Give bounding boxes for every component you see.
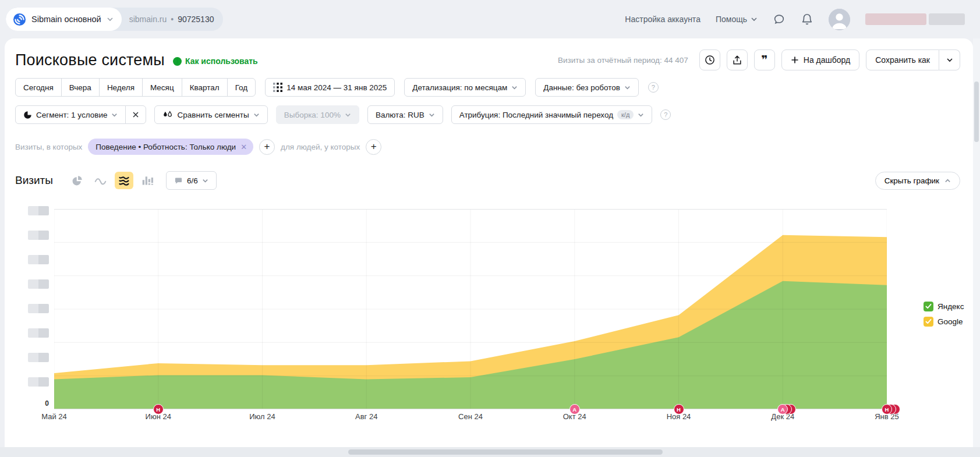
account-settings-link[interactable]: Настройка аккаунта [625,15,700,24]
legend-label: Google [937,317,963,326]
save-as-split-button: Сохранить как [866,49,960,70]
hide-chart-button[interactable]: Скрыть график [875,172,960,190]
chevron-down-icon [202,178,208,184]
annotations-button[interactable]: ❞ [754,49,775,70]
compare-segments-dropdown[interactable]: Сравнить сегменты [154,105,267,124]
add-to-dashboard-button[interactable]: На дашборд [781,49,859,70]
page-title: Поисковые системы [15,51,165,69]
line-chart-icon [94,175,107,186]
chevron-down-icon [751,16,758,23]
notifications-bell-icon[interactable] [801,13,813,26]
sampling-label: Выборка: 100% [284,111,341,119]
counter-main[interactable]: Sibmain основной [6,8,122,31]
currency-label: Валюта: RUB [376,111,424,119]
for-people-label: для людей, у которых [281,143,360,151]
legend-item-google[interactable]: Google [924,317,964,327]
pie-chart-icon [72,175,83,186]
period-preset-2[interactable]: Неделя [99,78,143,97]
stacked-area-icon [118,175,130,186]
chevron-up-icon [944,178,951,184]
period-preset-4[interactable]: Квартал [182,78,228,97]
chart-type-pie-button[interactable] [68,172,87,189]
annotations-count: 6/6 [187,176,198,185]
counter-id: 90725130 [178,15,214,24]
chevron-down-icon [624,84,631,91]
annotations-counter-button[interactable]: 6/6 [166,171,217,190]
help-menu[interactable]: Помощь [716,15,758,24]
help-question-icon[interactable]: ? [648,82,659,93]
chart-type-columns-button[interactable] [138,172,157,189]
date-range-label: 14 мая 2024 — 31 янв 2025 [286,83,387,92]
y-axis-zero-label: 0 [31,399,49,408]
chart-canvas[interactable] [54,209,887,409]
chevron-down-icon [638,112,644,118]
data-mode-label: Данные: без роботов [543,83,620,92]
x-axis-label: Май 24 [34,412,75,421]
help-question-icon[interactable]: ? [660,109,671,120]
stacked-area-chart[interactable] [54,209,887,409]
feedback-chat-icon[interactable] [773,13,786,26]
checkbox-checked-icon[interactable] [924,302,933,311]
visits-period-caption: Визиты за отчётный период: 44 407 [558,56,688,65]
date-range-button[interactable]: 14 мая 2024 — 31 янв 2025 [265,78,395,97]
compare-segments-label: Сравнить сегменты [177,111,249,119]
user-avatar[interactable] [829,9,850,30]
add-people-condition-button[interactable]: + [366,139,381,155]
chip-label: Поведение • Роботность: Только люди [95,143,236,151]
redacted-block [865,13,926,25]
detalization-dropdown[interactable]: Детализация: по месяцам [404,78,526,97]
period-preset-0[interactable]: Сегодня [15,78,62,97]
quotes-icon: ❞ [761,57,767,63]
clock-icon [704,54,716,66]
legend-label: Яндекс [937,302,964,311]
data-mode-dropdown[interactable]: Данные: без роботов [535,78,639,97]
sampling-dropdown[interactable]: Выборка: 100% [276,105,359,124]
detalization-label: Детализация: по месяцам [412,83,507,92]
period-preset-5[interactable]: Год [227,78,256,97]
annotation-marker[interactable]: Н [882,404,892,415]
counter-info: sibmain.ru • 90725130 [122,8,224,31]
visits-in-which-label: Визиты, в которых [15,143,82,151]
attribution-badge: к/д [617,110,634,119]
chevron-down-icon [345,112,351,118]
y-axis-label-redacted [28,255,49,264]
annotation-marker[interactable]: Н [674,404,684,415]
plus-icon [791,56,799,64]
vertical-scrollbar-track[interactable] [973,38,980,447]
currency-dropdown[interactable]: Валюта: RUB [367,105,443,124]
chevron-down-icon [107,16,114,23]
how-to-use-link[interactable]: i Как использовать [173,56,258,66]
save-as-button[interactable]: Сохранить как [866,49,939,70]
compare-drops-icon [162,111,173,119]
dot-separator: • [171,15,174,24]
export-button[interactable] [727,49,748,70]
chart-metric-title: Визиты [15,174,53,187]
period-preset-3[interactable]: Месяц [142,78,182,97]
segment-clear-button[interactable] [125,105,146,124]
annotation-marker[interactable]: Н [153,404,164,415]
checkbox-checked-icon[interactable] [924,317,933,327]
period-preset-1[interactable]: Вчера [61,78,100,97]
segment-dropdown[interactable]: Сегмент: 1 условие [15,105,126,124]
report-card: Поисковые системы i Как использовать Виз… [5,38,973,447]
vertical-scrollbar-thumb[interactable] [974,82,979,142]
visits-caption: Визиты за отчётный период: [558,56,662,65]
segment-condition-chip[interactable]: Поведение • Роботность: Только люди ✕ [88,139,253,155]
user-name-redacted [865,13,965,25]
annotation-marker[interactable]: А [569,404,580,415]
chevron-down-icon [946,56,953,63]
horizontal-scrollbar-thumb[interactable] [348,449,663,455]
period-presets-group: СегодняВчераНеделяМесяцКварталГод [15,78,256,97]
save-as-menu-button[interactable] [939,49,960,70]
horizontal-scrollbar-track[interactable] [0,447,980,457]
chip-close-icon[interactable]: ✕ [240,143,247,151]
hide-chart-label: Скрыть график [885,176,939,185]
chart-type-line-button[interactable] [91,172,110,189]
legend-item-yandex[interactable]: Яндекс [924,302,964,311]
attribution-dropdown[interactable]: Атрибуция: Последний значимый переход к/… [451,105,653,124]
schedule-button[interactable] [699,49,720,70]
chart-type-stacked-area-button[interactable] [115,172,133,189]
add-visit-condition-button[interactable]: + [259,139,275,155]
counter-switcher[interactable]: Sibmain основной sibmain.ru • 90725130 [6,8,223,31]
chevron-down-icon [253,112,260,118]
